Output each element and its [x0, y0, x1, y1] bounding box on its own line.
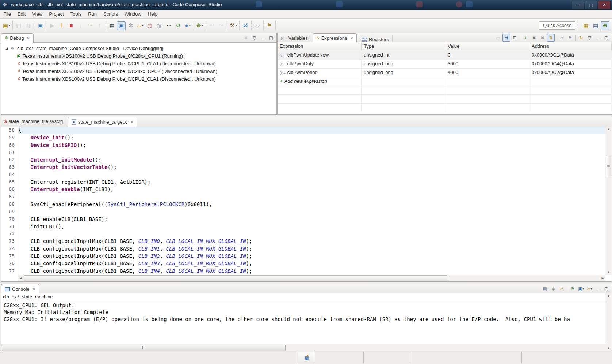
suspend-icon[interactable]: ‖ [57, 21, 66, 30]
close-icon[interactable]: ✕ [32, 287, 35, 291]
tree-core-row[interactable]: ✕●Texas Instruments XDS100v2 USB Debug P… [1, 60, 276, 67]
scroll-up-icon[interactable]: ▲ [605, 127, 612, 132]
menu-file[interactable]: File [0, 10, 14, 18]
tab-console[interactable]: Console ✕ [1, 284, 39, 294]
menu-help[interactable]: Help [145, 10, 161, 18]
code-editor[interactable]: 5859606162636465666768697071727374757677… [1, 127, 605, 275]
step-return-icon[interactable]: ↑ [95, 21, 104, 30]
twistie-icon[interactable]: ◢ [4, 47, 9, 50]
table-row[interactable]: (x)=clbPwmPeriodunsigned long40000x0000A… [278, 69, 612, 77]
flash-settings-icon[interactable]: ▨ [155, 21, 164, 30]
tree-core-row[interactable]: ✕●Texas Instruments XDS100v2 USB Debug P… [1, 75, 276, 83]
close-icon[interactable]: ✕ [27, 36, 30, 40]
remove-expression-icon[interactable]: ✖ [530, 34, 538, 42]
tab-state-machine-tile-syscfg[interactable]: $ state_machine_tile.syscfg [1, 116, 66, 126]
pin-console-icon[interactable]: ⚑ [569, 285, 577, 293]
console-output[interactable]: C28xx_CPU1: GEL Output:Memory Map Initia… [1, 301, 605, 344]
collapse-all-icon[interactable]: ⊟ [511, 34, 519, 42]
maximize-icon[interactable]: ▢ [267, 34, 275, 42]
menu-scripts[interactable]: Scripts [100, 10, 121, 18]
pin-view-icon[interactable]: ⚑ [566, 34, 574, 42]
target-console-icon[interactable]: ▣ [36, 21, 45, 30]
minimize-icon[interactable]: ─ [259, 34, 267, 42]
search-icon[interactable]: Ø [241, 21, 250, 30]
editor-horizontal-scrollbar[interactable]: ◀ ▶ [18, 275, 605, 281]
maximize-icon[interactable]: ▢ [603, 285, 610, 293]
show-type-names-icon[interactable]: ▭ [494, 34, 502, 42]
scroll-right-icon[interactable]: ▶ [600, 275, 605, 281]
display-console-icon[interactable]: ▣▾ [577, 285, 585, 293]
step-into-icon[interactable]: ↓ [76, 21, 85, 30]
scroll-up-icon[interactable]: ▲ [605, 293, 612, 299]
open-console-icon[interactable]: ▱▾ [586, 285, 593, 293]
maximize-window-button[interactable]: ▢ [585, 1, 597, 9]
tab-expressions[interactable]: fx Expressions ✕ [313, 33, 357, 43]
step-back-icon[interactable]: ↶ [207, 21, 216, 30]
console-vertical-scrollbar[interactable]: ▲ ▼ [605, 293, 612, 351]
breakpoint-sphere-icon[interactable]: ●▾ [183, 21, 192, 30]
table-row[interactable]: (x)=clbPwmDutyunsigned long30000x0000A9C… [278, 60, 612, 69]
scrollbar-thumb[interactable] [2, 345, 286, 351]
tree-root-row[interactable]: ◢❖clb_ex7_state_machine [Code Composer S… [1, 44, 276, 52]
column-header-expression[interactable]: Expression [278, 42, 362, 51]
connect-target-icon[interactable]: ▣ [117, 21, 126, 30]
menu-run[interactable]: Run [85, 10, 100, 18]
menu-edit[interactable]: Edit [14, 10, 29, 18]
build-hammer-icon[interactable]: ⚒▾ [229, 21, 238, 30]
terminate-icon[interactable]: ■ [67, 21, 76, 30]
add-expression-icon[interactable]: + [522, 34, 529, 42]
maximize-icon[interactable]: ▢ [603, 34, 610, 42]
column-header-type[interactable]: Type [362, 42, 445, 51]
quick-access-box[interactable]: Quick Access [539, 21, 575, 30]
column-header-value[interactable]: Value [445, 42, 529, 51]
refresh-icon[interactable]: ↻ [577, 34, 585, 42]
ccs-debug-perspective-icon[interactable]: ❋ [601, 21, 609, 30]
debug-bug-icon[interactable]: ❋▾ [195, 21, 204, 30]
scroll-down-icon[interactable]: ▼ [605, 345, 612, 351]
tab-state-machine-target-c[interactable]: c state_machine_target.c ✕ [68, 117, 137, 127]
close-icon[interactable]: ✕ [350, 36, 353, 40]
minimize-icon[interactable]: ─ [594, 285, 602, 293]
tree-core-row[interactable]: ✕●Texas Instruments XDS100v2 USB Debug P… [1, 67, 276, 75]
save-icon[interactable]: ▥ [14, 21, 23, 30]
scrollbar-thumb[interactable] [606, 155, 611, 176]
menu-project[interactable]: Project [46, 10, 67, 18]
scroll-down-icon[interactable]: ▼ [605, 270, 612, 275]
menu-window[interactable]: Window [121, 10, 145, 18]
minimize-icon[interactable]: ─ [594, 34, 602, 42]
annotation-icon[interactable]: ▱ [253, 21, 262, 30]
remove-all-expressions-icon[interactable]: ✖ [539, 34, 546, 42]
close-window-button[interactable]: ✕ [598, 1, 611, 9]
save-all-icon[interactable]: ▥ [24, 21, 32, 30]
new-file-icon[interactable]: ▣▾ [2, 21, 11, 30]
menu-tools[interactable]: Tools [67, 10, 85, 18]
tab-variables[interactable]: (x)= Variables [278, 34, 311, 43]
continuous-refresh-icon[interactable]: ⇅ [547, 34, 555, 42]
resume-icon[interactable]: ▶ [48, 21, 57, 30]
tab-debug[interactable]: ❋ Debug ✕ [1, 33, 34, 43]
step-forward-icon[interactable]: ↷ [217, 21, 226, 30]
scroll-lock-icon[interactable]: ◈ [550, 285, 557, 293]
memory-browser-icon[interactable]: ▦ [107, 21, 116, 30]
load-program-icon[interactable]: ▱▾ [136, 21, 145, 30]
minimize-window-button[interactable]: ─ [572, 1, 584, 9]
scrollbar-thumb[interactable] [24, 275, 447, 281]
menu-view[interactable]: View [29, 10, 46, 18]
pin-editor-icon[interactable]: ⚑ [265, 21, 274, 30]
view-menu-icon[interactable]: ▽ [250, 34, 258, 42]
column-header-address[interactable]: Address [529, 42, 612, 51]
source-lookup-icon[interactable]: ✻ [126, 21, 135, 30]
open-perspective-icon[interactable]: ▦ [582, 21, 590, 30]
console-horizontal-scrollbar[interactable] [1, 344, 605, 351]
tree-core-row[interactable]: ▶●Texas Instruments XDS100v2 USB Debug P… [1, 52, 276, 60]
scroll-left-icon[interactable]: ◀ [18, 275, 23, 281]
restart-icon[interactable]: ↺ [174, 21, 183, 30]
close-icon[interactable]: ✕ [130, 120, 133, 124]
word-wrap-icon[interactable]: ↵ [558, 285, 566, 293]
table-row[interactable]: (x)=clbPwmUpdateNowunsigned int00x0000A9… [278, 51, 612, 60]
editor-vertical-scrollbar[interactable]: ▲ ▼ [605, 127, 612, 275]
console-activity-button[interactable]: ▣ ↗ [298, 352, 315, 363]
step-over-icon[interactable]: ↷ [86, 21, 95, 30]
add-expression-row[interactable]: +Add new expression [278, 77, 612, 86]
show-logical-structure-icon[interactable]: ⇉ [502, 34, 510, 42]
